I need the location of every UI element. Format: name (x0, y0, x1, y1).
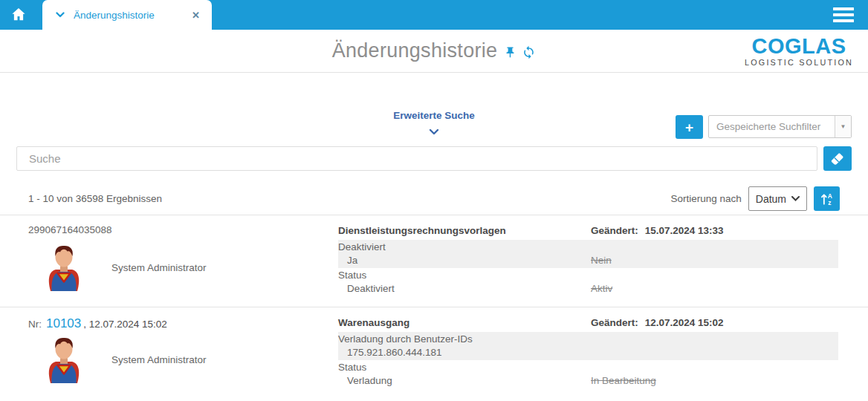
pin-icon[interactable] (504, 45, 516, 59)
chevron-down-icon[interactable] (429, 126, 439, 137)
home-icon (10, 6, 27, 25)
top-navigation-bar: Änderungshistorie ✕ (0, 0, 868, 30)
dropdown-arrow-icon[interactable]: ▼ (835, 116, 851, 137)
search-input[interactable] (16, 146, 817, 171)
new-value: 175.921.860.444.181 (338, 346, 591, 359)
sort-label: Sortierung nach (670, 193, 741, 204)
topbar-spacer (212, 0, 833, 30)
add-filter-button[interactable]: + (676, 115, 703, 139)
logo-subtitle: LOGISTIC SOLUTION (745, 58, 853, 67)
results-count: 1 - 10 von 36598 Ergebnissen (28, 193, 162, 204)
entry-user: System Administrator (111, 354, 207, 365)
sort-direction-button[interactable]: A z (814, 186, 840, 211)
entry-user: System Administrator (111, 262, 207, 273)
search-toolbar: Erweiterte Suche + Gespeicherte Suchfilt… (0, 73, 868, 146)
sort-alpha-icon: A z (820, 192, 835, 206)
svg-text:z: z (828, 198, 831, 206)
old-value: In Bearbeitung (591, 374, 838, 388)
changed-label: Geändert: (591, 225, 638, 236)
entry-id: 299067164035088 (28, 224, 112, 235)
entry-nr-link[interactable]: 10103 (46, 316, 81, 331)
hamburger-icon (833, 7, 854, 10)
coglas-logo: COGLAS LOGISTIC SOLUTION (740, 36, 853, 67)
new-value: Verladung (338, 374, 591, 388)
entry-nr-label: Nr: (28, 319, 42, 330)
new-value: Deaktiviert (338, 282, 591, 296)
eraser-icon (830, 151, 845, 166)
sort-field-select[interactable]: Datum (748, 186, 807, 211)
old-value: Nein (591, 254, 838, 267)
changed-date: 15.07.2024 13:33 (645, 225, 724, 236)
results-bar: 1 - 10 von 36598 Ergebnissen Sortierung … (28, 186, 840, 211)
change-field: Deaktiviert Ja Nein (338, 240, 838, 268)
change-field: Verladung durch Benutzer-IDs 175.921.860… (338, 332, 838, 360)
saved-filters-placeholder: Gespeicherte Suchfilter (709, 121, 835, 132)
entry-date: , 12.07.2024 15:02 (83, 319, 167, 330)
tab-chevron-down-icon[interactable] (56, 12, 65, 18)
user-avatar (45, 244, 83, 291)
entry-title: Dienstleistungsrechnungsvorlagen (338, 224, 591, 238)
home-button[interactable] (0, 0, 37, 30)
tab-aenderungshistorie[interactable]: Änderungshistorie ✕ (42, 0, 212, 30)
tab-close-icon[interactable]: ✕ (192, 10, 200, 21)
change-field: Status Verladung In Bearbeitung (338, 360, 838, 388)
old-value (591, 346, 838, 359)
change-field: Status Deaktiviert Aktiv (338, 268, 838, 296)
search-row (16, 146, 852, 171)
changed-label: Geändert: (591, 317, 638, 328)
sort-field-value: Datum (756, 193, 786, 205)
new-value: Ja (338, 254, 591, 267)
history-entry-2: Nr: 10103 , 12.07.2024 15:02 System Admi… (0, 307, 868, 399)
page-header: Änderungshistorie COGLAS LOGISTIC SOLUTI… (0, 30, 868, 73)
tab-label: Änderungshistorie (74, 10, 183, 21)
entry-title: Warenausgang (338, 316, 591, 330)
user-avatar (45, 336, 83, 383)
old-value: Aktiv (591, 282, 838, 296)
logo-name: COGLAS (745, 36, 853, 57)
saved-filters-select[interactable]: Gespeicherte Suchfilter ▼ (708, 115, 852, 138)
select-chevron-icon (791, 196, 800, 201)
clear-search-button[interactable] (823, 146, 852, 171)
page-title: Änderungshistorie (332, 39, 498, 62)
changed-date: 12.07.2024 15:02 (645, 317, 724, 328)
history-entry-1: 299067164035088 System Administrator Die… (0, 215, 868, 307)
advanced-search-label[interactable]: Erweiterte Suche (393, 110, 475, 121)
refresh-icon[interactable] (522, 45, 536, 59)
menu-button[interactable] (833, 7, 854, 22)
